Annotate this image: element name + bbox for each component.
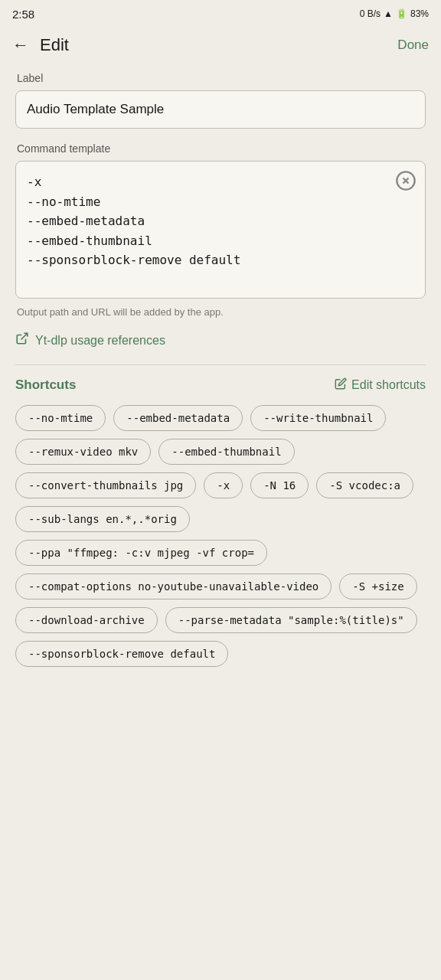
label-section: Label bbox=[15, 72, 426, 129]
command-textarea[interactable]: -x --no-mtime --embed-metadata --embed-t… bbox=[15, 161, 426, 299]
reference-link-text[interactable]: Yt-dlp usage references bbox=[35, 334, 165, 348]
battery-icon: 🔋 bbox=[396, 8, 407, 19]
clear-icon[interactable] bbox=[395, 170, 416, 191]
shortcut-chip[interactable]: --remux-video mkv bbox=[15, 439, 151, 465]
battery-percent: 83% bbox=[410, 8, 429, 19]
edit-shortcuts-button[interactable]: Edit shortcuts bbox=[335, 377, 426, 393]
shortcut-chip[interactable]: --ppa "ffmpeg: -c:v mjpeg -vf crop= bbox=[15, 540, 267, 566]
top-bar-left: ← Edit bbox=[12, 35, 69, 55]
top-bar: ← Edit Done bbox=[0, 28, 441, 63]
shortcut-chip[interactable]: -x bbox=[204, 472, 243, 498]
command-field-label: Command template bbox=[17, 142, 426, 155]
status-icons: 0 B/s ▲ 🔋 83% bbox=[360, 8, 429, 19]
shortcut-chip[interactable]: --write-thumbnail bbox=[250, 405, 386, 431]
label-field-label: Label bbox=[17, 72, 426, 84]
pencil-icon bbox=[335, 377, 347, 393]
command-section: Command template -x --no-mtime --embed-m… bbox=[15, 142, 426, 318]
svg-line-3 bbox=[21, 333, 28, 339]
shortcut-chip[interactable]: --no-mtime bbox=[15, 405, 106, 431]
shortcuts-header: Shortcuts Edit shortcuts bbox=[15, 377, 426, 393]
hint-text: Output path and URL will be added by the… bbox=[17, 306, 426, 318]
data-speed: 0 B/s bbox=[360, 8, 381, 19]
label-input[interactable] bbox=[15, 90, 426, 129]
divider bbox=[15, 364, 426, 365]
shortcut-chip[interactable]: --embed-thumbnail bbox=[158, 439, 294, 465]
shortcuts-title: Shortcuts bbox=[15, 377, 76, 393]
shortcut-chip[interactable]: --sub-langs en.*,.*orig bbox=[15, 506, 190, 532]
page-title: Edit bbox=[40, 35, 69, 55]
edit-shortcuts-label: Edit shortcuts bbox=[351, 378, 426, 392]
shortcut-chip[interactable]: -N 16 bbox=[250, 472, 309, 498]
shortcut-chip[interactable]: -S vcodec:a bbox=[316, 472, 413, 498]
back-button[interactable]: ← bbox=[12, 35, 29, 55]
status-time: 2:58 bbox=[12, 8, 34, 21]
reference-link[interactable]: Yt-dlp usage references bbox=[15, 332, 426, 349]
done-button[interactable]: Done bbox=[397, 38, 429, 53]
shortcuts-grid: --no-mtime--embed-metadata--write-thumbn… bbox=[15, 405, 426, 667]
shortcut-chip[interactable]: --convert-thumbnails jpg bbox=[15, 472, 196, 498]
shortcut-chip[interactable]: --download-archive bbox=[15, 607, 158, 633]
content: Label Command template -x --no-mtime --e… bbox=[0, 63, 441, 682]
external-link-icon bbox=[15, 332, 29, 349]
shortcut-chip[interactable]: --embed-metadata bbox=[113, 405, 243, 431]
command-template-wrapper: -x --no-mtime --embed-metadata --embed-t… bbox=[15, 161, 426, 302]
shortcut-chip[interactable]: --sponsorblock-remove default bbox=[15, 641, 228, 667]
shortcut-chip[interactable]: --compat-options no-youtube-unavailable-… bbox=[15, 573, 332, 599]
wifi-icon: ▲ bbox=[384, 8, 393, 19]
status-bar: 2:58 0 B/s ▲ 🔋 83% bbox=[0, 0, 441, 28]
shortcut-chip[interactable]: -S +size bbox=[339, 573, 416, 599]
shortcut-chip[interactable]: --parse-metadata "sample:%(title)s" bbox=[165, 607, 417, 633]
